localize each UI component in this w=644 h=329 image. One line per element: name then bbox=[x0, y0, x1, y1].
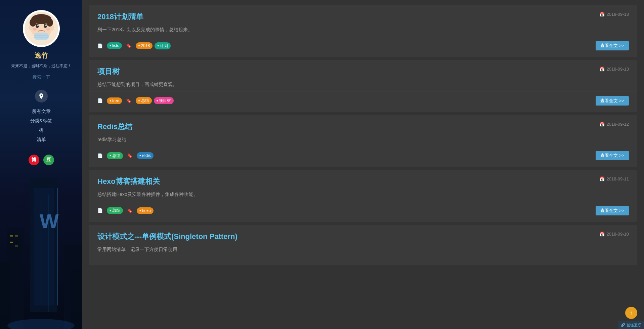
svg-point-21 bbox=[45, 25, 47, 26]
tags-3: redis bbox=[137, 152, 154, 159]
tag-hexo[interactable]: hexo bbox=[137, 207, 154, 214]
article-card-5: 设计模式之---单例模式(Singleton Pattern) 📅 2018-0… bbox=[89, 225, 637, 265]
divider-2 bbox=[89, 91, 637, 91]
sidebar: W bbox=[0, 0, 82, 329]
categories-2: tree bbox=[107, 97, 122, 104]
category-tag-summary-4[interactable]: 总结 bbox=[107, 207, 123, 214]
article-footer-1: 📄 lists 🔖 2018 计划 查看全文 >> bbox=[97, 41, 629, 50]
tags-4: hexo bbox=[137, 207, 154, 214]
article-title-1[interactable]: 2018计划清单 bbox=[97, 12, 143, 22]
location-icon-button[interactable] bbox=[35, 90, 48, 102]
scroll-to-top-button[interactable]: ↑ bbox=[625, 307, 637, 319]
svg-point-19 bbox=[44, 24, 47, 28]
svg-point-23 bbox=[46, 28, 50, 31]
categories-1: lists bbox=[107, 42, 122, 49]
nav-link-category-tags[interactable]: 分类&标签 bbox=[30, 118, 52, 124]
avatar bbox=[23, 10, 60, 47]
article-meta-2: 📄 tree 🔖 总结 项目树 bbox=[97, 97, 174, 104]
article-date-1: 📅 2018-09-13 bbox=[599, 12, 629, 17]
tag-redis[interactable]: redis bbox=[137, 152, 154, 159]
article-header-3: Redis总结 📅 2018-09-12 bbox=[97, 122, 629, 132]
tag-summary[interactable]: 总结 bbox=[136, 97, 152, 104]
article-title-2[interactable]: 项目树 bbox=[97, 67, 120, 77]
tag-2018[interactable]: 2018 bbox=[136, 42, 153, 49]
svg-point-20 bbox=[37, 25, 39, 26]
author-name: 逸竹 bbox=[35, 51, 48, 60]
svg-point-22 bbox=[33, 28, 37, 31]
categories-3: 总结 bbox=[107, 152, 123, 159]
svg-point-28 bbox=[46, 18, 53, 27]
svg-point-18 bbox=[36, 24, 39, 28]
calendar-icon-1: 📅 bbox=[599, 12, 605, 17]
tags-2: 总结 项目树 bbox=[136, 97, 174, 104]
article-card-2: 项目树 📅 2018-09-13 总结下能想到的项目，画成树更直观。 📄 tre… bbox=[89, 60, 637, 112]
divider-3 bbox=[89, 146, 637, 146]
category-icon-1: 📄 bbox=[97, 43, 103, 48]
article-card-3: Redis总结 📅 2018-09-12 redis学习总结 📄 总结 🔖 re… bbox=[89, 115, 637, 167]
nav-link-all-articles[interactable]: 所有文章 bbox=[32, 109, 51, 115]
categories-4: 总结 bbox=[107, 207, 123, 214]
nav-link-tree[interactable]: 树 bbox=[39, 127, 44, 133]
article-title-5[interactable]: 设计模式之---单例模式(Singleton Pattern) bbox=[97, 232, 238, 242]
bookmark-icon-2: 🔖 bbox=[126, 98, 132, 104]
brand-icon: 🔗 bbox=[620, 323, 625, 327]
category-tag-lists[interactable]: lists bbox=[107, 42, 122, 49]
calendar-icon-3: 📅 bbox=[599, 122, 605, 127]
divider-4 bbox=[89, 201, 637, 201]
article-meta-4: 📄 总结 🔖 hexo bbox=[97, 207, 154, 214]
calendar-icon-5: 📅 bbox=[599, 232, 605, 237]
author-motto: 未来不迎，当时不杂，过往不恋！ bbox=[6, 63, 77, 69]
building-decoration: W bbox=[0, 161, 82, 329]
read-more-btn-3[interactable]: 查看全文 >> bbox=[596, 151, 629, 160]
article-summary-4: 总结搭建Hexo及安装各种插件，集成各种功能。 bbox=[97, 191, 629, 198]
calendar-icon-2: 📅 bbox=[599, 67, 605, 72]
divider-1 bbox=[89, 36, 637, 36]
svg-rect-9 bbox=[10, 235, 13, 237]
article-header-2: 项目树 📅 2018-09-13 bbox=[97, 67, 629, 77]
sidebar-content: 逸竹 未来不迎，当时不杂，过往不恋！ 所有文章 分类&标签 树 清单 博 豆 bbox=[0, 10, 82, 165]
tag-project-tree[interactable]: 项目树 bbox=[154, 97, 174, 104]
read-more-btn-1[interactable]: 查看全文 >> bbox=[596, 41, 629, 50]
calendar-icon-4: 📅 bbox=[599, 176, 605, 181]
article-summary-2: 总结下能想到的项目，画成树更直观。 bbox=[97, 81, 629, 88]
weibo-button[interactable]: 博 bbox=[29, 155, 39, 165]
read-more-btn-4[interactable]: 查看全文 >> bbox=[596, 206, 629, 215]
nav-link-list[interactable]: 清单 bbox=[37, 137, 46, 143]
main-content: 2018计划清单 📅 2018-09-13 列一下2018计划以及完成的事情，总… bbox=[82, 0, 644, 329]
svg-text:W: W bbox=[40, 210, 59, 233]
category-tag-tree[interactable]: tree bbox=[107, 97, 122, 104]
article-card-4: Hexo博客搭建相关 📅 2018-09-11 总结搭建Hexo及安装各种插件，… bbox=[89, 170, 637, 222]
tag-plan[interactable]: 计划 bbox=[155, 42, 171, 49]
category-tag-summary-3[interactable]: 总结 bbox=[107, 152, 123, 159]
article-footer-3: 📄 总结 🔖 redis 查看全文 >> bbox=[97, 151, 629, 160]
svg-rect-29 bbox=[34, 33, 49, 40]
svg-rect-11 bbox=[10, 242, 13, 243]
article-header-1: 2018计划清单 📅 2018-09-13 bbox=[97, 12, 629, 22]
article-header-4: Hexo博客搭建相关 📅 2018-09-11 bbox=[97, 176, 629, 187]
read-more-btn-2[interactable]: 查看全文 >> bbox=[596, 96, 629, 106]
nav-links: 所有文章 分类&标签 树 清单 bbox=[30, 109, 52, 143]
article-meta-3: 📄 总结 🔖 redis bbox=[97, 152, 154, 159]
bookmark-icon-4: 🔖 bbox=[127, 208, 133, 213]
article-card: 2018计划清单 📅 2018-09-13 列一下2018计划以及完成的事情，总… bbox=[89, 5, 637, 57]
article-meta-1: 📄 lists 🔖 2018 计划 bbox=[97, 42, 171, 49]
article-summary-1: 列一下2018计划以及完成的事情，总结起来。 bbox=[97, 26, 629, 33]
brand-badge: 🔗 创链互联 bbox=[618, 321, 644, 329]
svg-rect-10 bbox=[15, 235, 18, 237]
article-title-4[interactable]: Hexo博客搭建相关 bbox=[97, 176, 160, 187]
article-date-4: 📅 2018-09-11 bbox=[599, 176, 629, 181]
svg-rect-12 bbox=[15, 245, 18, 247]
tags-1: 2018 计划 bbox=[136, 42, 171, 49]
article-summary-5: 常用网站清单，记录一下方便日常使用 bbox=[97, 246, 629, 253]
category-icon-2: 📄 bbox=[97, 98, 103, 103]
category-icon-3: 📄 bbox=[97, 153, 103, 158]
article-footer-4: 📄 总结 🔖 hexo 查看全文 >> bbox=[97, 206, 629, 215]
search-input[interactable] bbox=[21, 73, 61, 81]
scroll-top-icon: ↑ bbox=[630, 310, 633, 317]
article-summary-3: redis学习总结 bbox=[97, 136, 629, 143]
svg-rect-2 bbox=[34, 188, 54, 305]
douban-button[interactable]: 豆 bbox=[43, 155, 54, 165]
brand-label: 创链互联 bbox=[627, 323, 641, 328]
article-header-5: 设计模式之---单例模式(Singleton Pattern) 📅 2018-0… bbox=[97, 232, 629, 242]
article-title-3[interactable]: Redis总结 bbox=[97, 122, 132, 132]
